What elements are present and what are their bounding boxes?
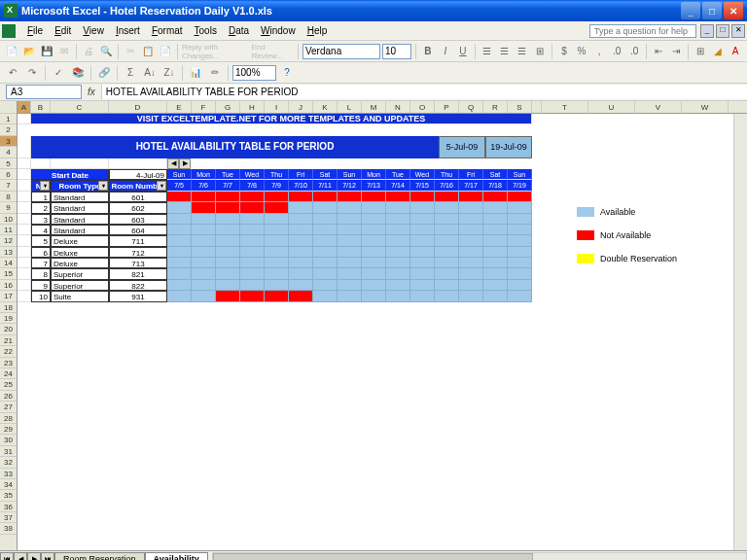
cell[interactable] bbox=[18, 202, 31, 213]
row-header[interactable]: 38 bbox=[0, 523, 17, 534]
availability-cell[interactable] bbox=[167, 235, 192, 246]
availability-cell[interactable] bbox=[435, 225, 459, 235]
availability-cell[interactable] bbox=[338, 214, 362, 225]
availability-cell[interactable] bbox=[192, 214, 216, 225]
availability-cell[interactable] bbox=[289, 192, 313, 202]
availability-cell[interactable] bbox=[435, 235, 459, 246]
availability-cell[interactable] bbox=[192, 258, 216, 268]
availability-cell[interactable] bbox=[289, 268, 313, 279]
align-right-icon[interactable]: ☰ bbox=[515, 43, 530, 60]
day-header[interactable]: Wed bbox=[410, 169, 435, 180]
availability-cell[interactable] bbox=[508, 235, 532, 246]
menu-tools[interactable]: Tools bbox=[189, 23, 223, 38]
print-icon[interactable]: 🖨 bbox=[81, 43, 96, 60]
cell[interactable] bbox=[18, 268, 31, 279]
availability-cell[interactable] bbox=[386, 202, 410, 213]
cell[interactable] bbox=[18, 158, 31, 169]
availability-cell[interactable] bbox=[362, 280, 386, 291]
help-search-input[interactable] bbox=[589, 24, 696, 38]
bold-button[interactable]: B bbox=[420, 43, 436, 60]
date-header[interactable]: 7/12 bbox=[338, 180, 362, 191]
availability-cell[interactable] bbox=[386, 291, 410, 301]
align-left-icon[interactable]: ☰ bbox=[480, 43, 495, 60]
availability-cell[interactable] bbox=[192, 247, 216, 258]
availability-cell[interactable] bbox=[386, 192, 410, 202]
availability-cell[interactable] bbox=[240, 280, 265, 291]
preview-icon[interactable]: 🔍 bbox=[98, 43, 114, 60]
tab-last-button[interactable]: ⏭ bbox=[41, 552, 54, 561]
availability-cell[interactable] bbox=[435, 268, 459, 279]
percent-icon[interactable]: % bbox=[574, 43, 589, 60]
availability-cell[interactable] bbox=[508, 291, 532, 301]
room-no[interactable]: 2 bbox=[31, 202, 51, 213]
row-header[interactable]: 26 bbox=[0, 391, 17, 402]
start-date-value[interactable]: 4-Jul-09 bbox=[109, 169, 167, 180]
availability-cell[interactable] bbox=[265, 192, 289, 202]
availability-cell[interactable] bbox=[459, 268, 483, 279]
availability-cell[interactable] bbox=[289, 258, 313, 268]
col-header[interactable]: A bbox=[18, 101, 31, 113]
date-header[interactable]: 7/11 bbox=[313, 180, 338, 191]
row-header[interactable]: 25 bbox=[0, 379, 17, 390]
open-icon[interactable]: 📂 bbox=[21, 43, 37, 60]
date-header[interactable]: 7/16 bbox=[435, 180, 459, 191]
availability-cell[interactable] bbox=[386, 258, 410, 268]
room-no[interactable]: 1 bbox=[31, 192, 51, 202]
availability-cell[interactable] bbox=[410, 280, 435, 291]
decrease-indent-icon[interactable]: ⇤ bbox=[651, 43, 666, 60]
room-no[interactable]: 10 bbox=[31, 291, 51, 301]
cell[interactable] bbox=[18, 235, 31, 246]
new-icon[interactable]: 📄 bbox=[4, 43, 19, 60]
availability-cell[interactable] bbox=[410, 235, 435, 246]
font-color-icon[interactable]: A bbox=[728, 43, 743, 60]
availability-cell[interactable] bbox=[483, 258, 508, 268]
availability-cell[interactable] bbox=[483, 214, 508, 225]
tab-first-button[interactable]: ⏮ bbox=[0, 552, 14, 561]
cell[interactable] bbox=[18, 247, 31, 258]
font-name-select[interactable] bbox=[302, 44, 380, 59]
room-number[interactable]: 712 bbox=[109, 247, 167, 258]
row-header[interactable]: 35 bbox=[0, 490, 17, 501]
date-header[interactable]: 7/5 bbox=[167, 180, 192, 191]
availability-cell[interactable] bbox=[313, 280, 338, 291]
availability-cell[interactable] bbox=[167, 214, 192, 225]
availability-cell[interactable] bbox=[313, 214, 338, 225]
maximize-button[interactable]: □ bbox=[702, 2, 722, 19]
col-header[interactable]: B bbox=[31, 101, 51, 113]
availability-cell[interactable] bbox=[216, 225, 240, 235]
availability-cell[interactable] bbox=[459, 202, 483, 213]
availability-cell[interactable] bbox=[410, 192, 435, 202]
availability-cell[interactable] bbox=[338, 247, 362, 258]
availability-cell[interactable] bbox=[216, 235, 240, 246]
availability-cell[interactable] bbox=[192, 291, 216, 301]
availability-cell[interactable] bbox=[265, 291, 289, 301]
availability-cell[interactable] bbox=[313, 235, 338, 246]
day-header[interactable]: Thu bbox=[435, 169, 459, 180]
availability-cell[interactable] bbox=[362, 291, 386, 301]
availability-cell[interactable] bbox=[459, 225, 483, 235]
cell[interactable] bbox=[18, 192, 31, 202]
tab-next-button[interactable]: ▶ bbox=[27, 552, 41, 561]
availability-cell[interactable] bbox=[386, 214, 410, 225]
availability-cell[interactable] bbox=[362, 268, 386, 279]
copy-icon[interactable]: 📋 bbox=[140, 43, 156, 60]
availability-cell[interactable] bbox=[410, 291, 435, 301]
row-header[interactable]: 16 bbox=[0, 280, 17, 291]
cell[interactable] bbox=[18, 225, 31, 235]
decrease-decimal-icon[interactable]: .0 bbox=[626, 43, 642, 60]
save-icon[interactable]: 💾 bbox=[39, 43, 54, 60]
redo-icon[interactable]: ↷ bbox=[23, 64, 41, 82]
availability-cell[interactable] bbox=[338, 268, 362, 279]
availability-cell[interactable] bbox=[435, 258, 459, 268]
room-type[interactable]: Suite bbox=[51, 291, 109, 301]
availability-cell[interactable] bbox=[459, 247, 483, 258]
availability-cell[interactable] bbox=[338, 235, 362, 246]
cell[interactable] bbox=[18, 280, 31, 291]
room-type[interactable]: Deluxe bbox=[51, 258, 109, 268]
availability-cell[interactable] bbox=[216, 247, 240, 258]
availability-cell[interactable] bbox=[435, 247, 459, 258]
paste-icon[interactable]: 📄 bbox=[158, 43, 173, 60]
availability-cell[interactable] bbox=[338, 280, 362, 291]
availability-cell[interactable] bbox=[216, 214, 240, 225]
mail-icon[interactable]: ✉ bbox=[56, 43, 72, 60]
